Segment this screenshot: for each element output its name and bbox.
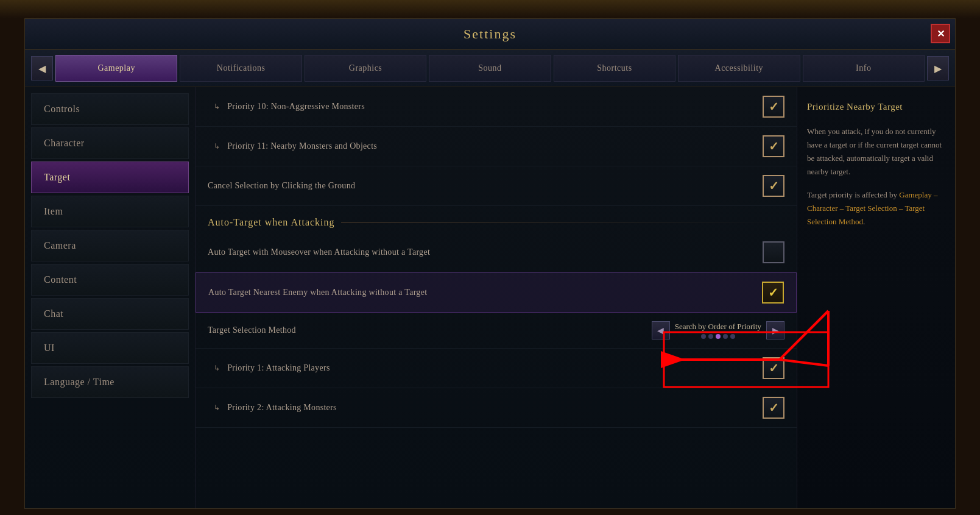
setting-row-priority10: ↳ Priority 10: Non-Aggressive Monsters bbox=[196, 87, 797, 127]
selector-dot-2 bbox=[708, 334, 713, 339]
tab-next-button[interactable]: ▶ bbox=[927, 56, 949, 80]
tab-info[interactable]: Info bbox=[803, 55, 925, 82]
selector-value: Search by Order of Priority bbox=[675, 322, 761, 332]
settings-panel: ↳ Priority 10: Non-Aggressive Monsters ↳… bbox=[196, 87, 797, 508]
tab-prev-button[interactable]: ◀ bbox=[31, 56, 53, 80]
selector-dot-1 bbox=[701, 334, 706, 339]
setting-row-priority1: ↳ Priority 1: Attacking Players bbox=[196, 349, 797, 388]
priority11-label: Priority 11: Nearby Monsters and Objects bbox=[227, 141, 377, 151]
content-area: Controls Character Target Item Camera Co… bbox=[25, 87, 955, 508]
sidebar-item-target[interactable]: Target bbox=[31, 162, 189, 193]
priority10-label: Priority 10: Non-Aggressive Monsters bbox=[227, 102, 365, 111]
tab-bar: ◀ Gameplay Notifications Graphics Sound … bbox=[25, 50, 955, 87]
sidebar-item-ui[interactable]: UI bbox=[31, 332, 189, 364]
section-divider bbox=[341, 222, 784, 223]
cancel-selection-checkbox[interactable] bbox=[763, 175, 784, 197]
priority2-label: Priority 2: Attacking Monsters bbox=[227, 403, 337, 412]
priority10-checkbox[interactable] bbox=[763, 96, 784, 118]
modal-title: Settings bbox=[37, 26, 943, 42]
section-header-text: Auto-Target when Attacking bbox=[208, 217, 335, 228]
sidebar-item-camera[interactable]: Camera bbox=[31, 230, 189, 261]
auto-nearest-label: Auto Target Nearest Enemy when Attacking… bbox=[208, 288, 762, 297]
auto-nearest-checkbox[interactable] bbox=[762, 282, 784, 304]
setting-row-priority11: ↳ Priority 11: Nearby Monsters and Objec… bbox=[196, 127, 797, 166]
setting-row-auto-nearest: Auto Target Nearest Enemy when Attacking… bbox=[196, 272, 797, 313]
selector-dots bbox=[675, 334, 761, 339]
info-panel: Prioritize Nearby Target When you attack… bbox=[797, 87, 955, 508]
tab-graphics[interactable]: Graphics bbox=[305, 55, 426, 82]
section-header-auto-target: Auto-Target when Attacking bbox=[196, 206, 797, 233]
sidebar-item-item[interactable]: Item bbox=[31, 196, 189, 227]
selector-prev-button[interactable]: ◀ bbox=[652, 321, 670, 339]
selector-dot-5 bbox=[730, 334, 735, 339]
priority11-checkbox[interactable] bbox=[763, 135, 784, 157]
sub-arrow-2: ↳ bbox=[214, 142, 220, 151]
tab-accessibility[interactable]: Accessibility bbox=[678, 55, 800, 82]
sidebar-item-content[interactable]: Content bbox=[31, 264, 189, 296]
sub-arrow-3: ↳ bbox=[214, 364, 220, 372]
priority2-checkbox[interactable] bbox=[763, 397, 784, 419]
tab-sound[interactable]: Sound bbox=[429, 55, 551, 82]
setting-row-priority2: ↳ Priority 2: Attacking Monsters bbox=[196, 388, 797, 428]
settings-modal: Settings ✕ ◀ Gameplay Notifications Grap… bbox=[24, 18, 956, 509]
sub-arrow-4: ↳ bbox=[214, 403, 220, 412]
sidebar-item-controls[interactable]: Controls bbox=[31, 93, 189, 125]
info-title: Prioritize Nearby Target bbox=[807, 99, 945, 115]
setting-row-cancel-selection: Cancel Selection by Clicking the Ground bbox=[196, 166, 797, 206]
cancel-selection-label: Cancel Selection by Clicking the Ground bbox=[208, 181, 763, 191]
selector-dot-4 bbox=[723, 334, 728, 339]
title-bar: Settings ✕ bbox=[25, 19, 955, 50]
info-paragraph-1: When you attack, if you do not currently… bbox=[807, 125, 945, 179]
sidebar-item-chat[interactable]: Chat bbox=[31, 298, 189, 330]
info-paragraph-2: Target priority is affected by Gameplay … bbox=[807, 188, 945, 229]
tab-notifications[interactable]: Notifications bbox=[180, 55, 301, 82]
close-button[interactable]: ✕ bbox=[931, 24, 950, 43]
sidebar-item-character[interactable]: Character bbox=[31, 127, 189, 159]
selector-next-button[interactable]: ▶ bbox=[766, 321, 784, 339]
auto-mouseover-checkbox[interactable] bbox=[763, 241, 784, 263]
setting-row-target-selection: Target Selection Method ◀ Search by Orde… bbox=[196, 313, 797, 349]
info-link[interactable]: Gameplay – Character – Target Selection … bbox=[807, 190, 937, 226]
tab-shortcuts[interactable]: Shortcuts bbox=[554, 55, 675, 82]
selector-control: ◀ Search by Order of Priority ▶ bbox=[652, 321, 784, 339]
target-selection-label: Target Selection Method bbox=[208, 325, 652, 335]
priority1-label: Priority 1: Attacking Players bbox=[227, 363, 330, 372]
tab-gameplay[interactable]: Gameplay bbox=[55, 55, 177, 82]
sidebar-item-language-time[interactable]: Language / Time bbox=[31, 366, 189, 398]
sub-arrow: ↳ bbox=[214, 102, 220, 111]
auto-mouseover-label: Auto Target with Mouseover when Attackin… bbox=[208, 247, 763, 257]
setting-row-auto-mouseover: Auto Target with Mouseover when Attackin… bbox=[196, 233, 797, 272]
sidebar: Controls Character Target Item Camera Co… bbox=[25, 87, 196, 508]
selector-dot-3 bbox=[716, 334, 721, 339]
priority1-checkbox[interactable] bbox=[763, 357, 784, 379]
